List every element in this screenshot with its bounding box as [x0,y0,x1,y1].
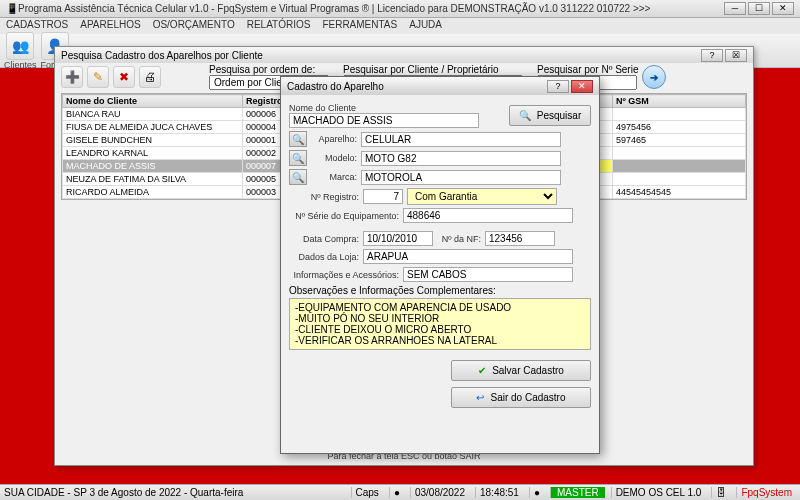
clients-icon[interactable]: 👥 [6,32,34,60]
ordem-label: Pesquisa por ordem de: [209,64,329,75]
datacompra-label: Data Compra: [289,234,359,244]
ndanf-input[interactable] [485,231,555,246]
aparelho-label: Aparelho: [311,134,357,144]
menu-ajuda[interactable]: AJUDA [409,19,442,33]
obs-label: Observações e Informações Complementares… [289,285,496,296]
marca-lookup-icon[interactable]: 🔍 [289,169,307,185]
app-title: Programa Assistência Técnica Celular v1.… [18,3,724,14]
go-search-button[interactable]: ➔ [642,65,666,89]
aparelho-input[interactable] [361,132,561,147]
nreg-label: Nº Registro: [289,192,359,202]
status-date: 03/08/2022 [410,487,469,498]
cliente-search-label: Pesquisar por Cliente / Proprietário [343,64,523,75]
modelo-lookup-icon[interactable]: 🔍 [289,150,307,166]
modelo-label: Modelo: [311,153,357,163]
dadosloja-input[interactable] [363,249,573,264]
menubar: CADASTROS APARELHOS OS/ORÇAMENTO RELATÓR… [0,18,800,34]
garantia-select[interactable]: Com Garantia [407,188,557,205]
salvar-button[interactable]: ✔ Salvar Cadastro [451,360,591,381]
nserie-label: Nº Série do Equipamento: [289,211,399,221]
statusbar: SUA CIDADE - SP 3 de Agosto de 2022 - Qu… [0,484,800,500]
obs-textarea[interactable]: -EQUIPAMENTO COM APARENCIA DE USADO-MUIT… [289,298,591,350]
nreg-input[interactable] [363,189,403,204]
menu-aparelhos[interactable]: APARELHOS [80,19,140,33]
col-nome[interactable]: Nome do Cliente [63,95,243,108]
status-demo: DEMO OS CEL 1.0 [611,487,706,498]
status-indicator-icon: ● [389,487,404,498]
ndanf-label: Nº da NF: [437,234,481,244]
delete-icon[interactable]: ✖ [113,66,135,88]
nome-label: Nome do Cliente [289,103,356,113]
edit-icon[interactable]: ✎ [87,66,109,88]
search-help-button[interactable]: ? [701,49,723,62]
dadosloja-label: Dados da Loja: [289,252,359,262]
search-close-button[interactable]: ☒ [725,49,747,62]
close-button[interactable]: ✕ [772,2,794,15]
menu-relatorios[interactable]: RELATÓRIOS [247,19,311,33]
datacompra-input[interactable] [363,231,433,246]
serie-search-label: Pesquisar por Nº Serie [537,64,638,75]
modal-help-button[interactable]: ? [547,80,569,93]
print-icon[interactable]: 🖨 [139,66,161,88]
search-window-title: Pesquisa Cadastro dos Aparelhos por Clie… [61,50,263,61]
marca-input[interactable] [361,170,561,185]
modal-close-button[interactable]: ✕ [571,80,593,93]
aparelho-lookup-icon[interactable]: 🔍 [289,131,307,147]
status-time: 18:48:51 [475,487,523,498]
sair-button[interactable]: ↩ Sair do Cadastro [451,387,591,408]
pesquisar-button[interactable]: 🔍 Pesquisar [509,105,591,126]
modelo-input[interactable] [361,151,561,166]
status-city: SUA CIDADE - SP 3 de Agosto de 2022 - Qu… [4,487,243,498]
app-icon: 📱 [6,3,18,14]
minimize-button[interactable]: ─ [724,2,746,15]
add-icon[interactable]: ➕ [61,66,83,88]
status-master: MASTER [550,487,605,498]
menu-osorcamento[interactable]: OS/ORÇAMENTO [153,19,235,33]
search-icon: 🔍 [519,110,531,121]
menu-ferramentas[interactable]: FERRAMENTAS [322,19,397,33]
modal-title: Cadastro do Aparelho [287,81,384,92]
infoacess-input[interactable] [403,267,573,282]
cadastro-modal: Cadastro do Aparelho ? ✕ Nome do Cliente… [280,76,600,454]
check-icon: ✔ [478,365,486,376]
marca-label: Marca: [311,172,357,182]
status-db-icon: 🗄 [711,487,730,498]
main-titlebar: 📱 Programa Assistência Técnica Celular v… [0,0,800,18]
exit-icon: ↩ [476,392,484,403]
status-dot-icon: ● [529,487,544,498]
nserie-input[interactable] [403,208,573,223]
nome-input[interactable] [289,113,479,128]
status-caps: Caps [351,487,383,498]
infoacess-label: Informações e Acessórios: [289,270,399,280]
status-brand: FpqSystem [736,487,796,498]
maximize-button[interactable]: ☐ [748,2,770,15]
col-ngsm[interactable]: Nº GSM [613,95,746,108]
